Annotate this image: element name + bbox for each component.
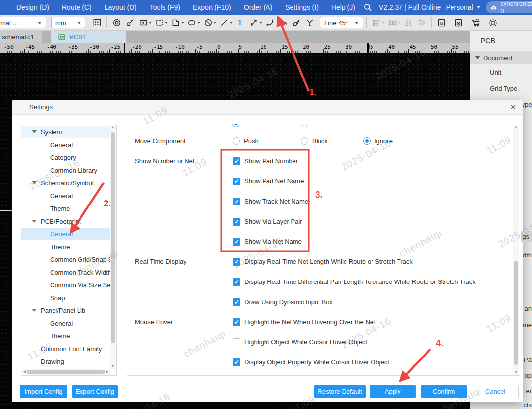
tree-item-common-font-family[interactable]: Common Font Family: [21, 342, 110, 355]
menu-item-help-j[interactable]: Help (J): [325, 0, 362, 15]
unit-select[interactable]: mm: [51, 17, 85, 28]
radio-clipped[interactable]: [232, 124, 239, 127]
tree-item-common-library[interactable]: Common Library: [21, 164, 110, 177]
radio-clipped[interactable]: [301, 124, 308, 127]
menu-item-design-d[interactable]: Design (D): [10, 0, 55, 15]
scroll-down-icon[interactable]: [515, 371, 518, 373]
confirm-button[interactable]: Confirm: [421, 385, 467, 398]
goto-schematic-button[interactable]: G: [435, 16, 448, 29]
restore-default-button[interactable]: Restore Default: [314, 385, 366, 398]
tree-item-common-grid-snap-size-se[interactable]: Common Grid/Snap Size Se: [21, 253, 110, 266]
checkbox-checked[interactable]: ✓: [233, 178, 240, 185]
pad-button[interactable]: [136, 16, 153, 29]
distribute-button[interactable]: [386, 16, 402, 29]
align-button[interactable]: [370, 16, 386, 29]
panel-item-grid-type[interactable]: Grid Type: [470, 80, 532, 97]
tree-item-common-track-width-settin[interactable]: Common Track Width Settin: [21, 266, 110, 279]
content-vertical-scrollbar[interactable]: [513, 125, 519, 375]
teardrop-button[interactable]: [290, 16, 303, 29]
dimension-button[interactable]: [247, 16, 263, 29]
tree-vertical-scrollbar[interactable]: [110, 125, 116, 369]
tree-item-theme[interactable]: Theme: [21, 202, 110, 215]
tree-item-general[interactable]: General: [21, 228, 110, 240]
tree-item-pcb-footprint[interactable]: PCB/Footprint: [21, 215, 110, 228]
menu-item-order-a[interactable]: Order (A): [238, 0, 279, 15]
scroll-up-icon[interactable]: [111, 126, 114, 128]
panel-item-unit[interactable]: Unit: [470, 64, 532, 80]
checkbox-checked[interactable]: ✓: [233, 198, 240, 205]
checkbox-checked[interactable]: ✓: [233, 238, 240, 246]
checkbox-checked[interactable]: ✓: [233, 318, 240, 326]
apply-button[interactable]: Apply: [370, 385, 416, 398]
document-section-header[interactable]: Document: [470, 51, 532, 64]
checkbox-checked[interactable]: ✓: [233, 278, 240, 286]
net-button[interactable]: [303, 16, 316, 29]
menu-item-tools-f9[interactable]: Tools (F9): [143, 0, 186, 15]
tab-pcb1[interactable]: PCB1: [51, 31, 126, 43]
ellipse-button[interactable]: [185, 16, 201, 29]
scroll-left-icon[interactable]: [23, 370, 26, 373]
grid-origin-button[interactable]: [90, 16, 104, 29]
menu-item-export-f10[interactable]: Export (F10): [186, 0, 238, 15]
radio-option-block[interactable]: Block: [301, 131, 328, 151]
pin-button[interactable]: [123, 16, 136, 29]
tree-item-theme[interactable]: Theme: [21, 330, 110, 342]
tree-item-general[interactable]: General: [21, 189, 110, 202]
tree-horizontal-scrollbar[interactable]: [22, 369, 110, 375]
order-cart-icon[interactable]: [469, 16, 482, 29]
scroll-right-icon[interactable]: [106, 370, 108, 373]
scrollbar-thumb[interactable]: [514, 261, 518, 365]
checkbox-unchecked[interactable]: [233, 338, 240, 346]
radio-checked[interactable]: [363, 137, 371, 145]
sync-status-pill[interactable]: synchronizing: 0: [486, 1, 532, 13]
tree-item-snap[interactable]: Snap: [21, 291, 110, 304]
import-config-button[interactable]: Import Config: [20, 385, 67, 398]
tab-schematic1[interactable]: schematic1: [0, 31, 42, 43]
tree-item-common-via-size-setting[interactable]: Common Via Size Setting: [21, 279, 110, 291]
tree-item-system[interactable]: System: [21, 126, 110, 138]
close-icon[interactable]: ✕: [510, 103, 516, 112]
tree-item-theme[interactable]: Theme: [21, 240, 110, 253]
text-button[interactable]: T: [234, 16, 247, 29]
tree-item-schematic-symbol[interactable]: Schematic/Symbol: [21, 177, 110, 189]
canvas-attr-select[interactable]: mal ...: [0, 17, 46, 28]
footprint-manager-button[interactable]: [452, 16, 465, 29]
length-tuning-button[interactable]: [276, 16, 290, 29]
scroll-down-icon[interactable]: [111, 365, 114, 367]
tree-item-panel-panel-lib[interactable]: Panel/Panel Lib: [21, 304, 110, 317]
menu-item-layout-o[interactable]: Layout (O): [98, 0, 143, 15]
radio-option-push[interactable]: Push: [233, 131, 259, 151]
copper-area-button[interactable]: [153, 16, 169, 29]
search-icon[interactable]: [362, 1, 374, 14]
checkbox-checked[interactable]: ✓: [233, 157, 240, 165]
menu-item-settings-i[interactable]: Settings (I): [279, 0, 325, 15]
tree-item-label: General: [50, 230, 73, 238]
flip-vertical-button[interactable]: [415, 16, 428, 29]
line-angle-select[interactable]: Line 45°: [320, 17, 363, 28]
radio-unchecked[interactable]: [301, 137, 308, 145]
radio-option-ignore[interactable]: Ignore: [363, 131, 393, 151]
settings-gear-icon[interactable]: [486, 16, 500, 29]
solid-region-button[interactable]: [169, 16, 185, 29]
radio-unchecked[interactable]: [233, 137, 240, 145]
tree-item-category[interactable]: Category: [21, 151, 110, 164]
tree-item-general[interactable]: General: [21, 138, 110, 151]
scroll-up-icon[interactable]: [515, 126, 518, 128]
tree-item-drawing[interactable]: Drawing: [21, 355, 110, 368]
tree-item-general[interactable]: General: [21, 317, 110, 330]
route-button[interactable]: [263, 16, 276, 29]
menu-item-route-c[interactable]: Route (C): [55, 0, 98, 15]
cancel-button[interactable]: Cancel: [472, 385, 519, 398]
checkbox-checked[interactable]: ✓: [233, 258, 240, 266]
account-menu[interactable]: Personal: [446, 3, 480, 11]
flip-horizontal-button[interactable]: [402, 16, 415, 29]
scrollbar-thumb[interactable]: [111, 132, 115, 343]
line-button[interactable]: [217, 16, 234, 29]
checkbox-checked[interactable]: ✓: [233, 298, 240, 306]
checkbox-checked[interactable]: ✓: [233, 218, 240, 226]
scrollbar-thumb[interactable]: [27, 370, 105, 374]
export-config-button[interactable]: Export Config: [72, 385, 118, 398]
checkbox-checked[interactable]: ✓: [233, 358, 240, 366]
keepout-button[interactable]: [201, 16, 217, 29]
via-button[interactable]: [110, 16, 123, 29]
